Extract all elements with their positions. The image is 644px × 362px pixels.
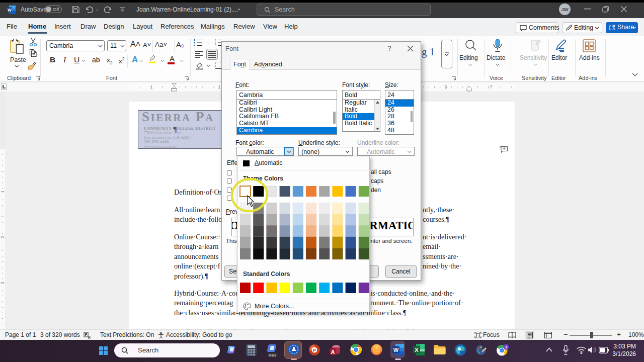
svg-text:P: P: [313, 348, 316, 353]
svg-text:X: X: [415, 347, 419, 353]
svg-text:3: 3: [0, 282, 5, 284]
svg-text:1: 1: [218, 84, 220, 89]
svg-text:M365: M365: [269, 354, 277, 357]
svg-text:1: 1: [150, 84, 152, 89]
svg-text:6: 6: [444, 84, 447, 89]
svg-text:2: 2: [0, 236, 5, 238]
svg-text:W: W: [8, 8, 12, 13]
svg-text:7: 7: [490, 84, 492, 89]
svg-text:1: 1: [0, 190, 5, 193]
svg-text:3: 3: [215, 44, 216, 46]
svg-text:J: J: [505, 345, 507, 349]
svg-text:A: A: [331, 349, 335, 355]
svg-text:W: W: [393, 347, 399, 353]
